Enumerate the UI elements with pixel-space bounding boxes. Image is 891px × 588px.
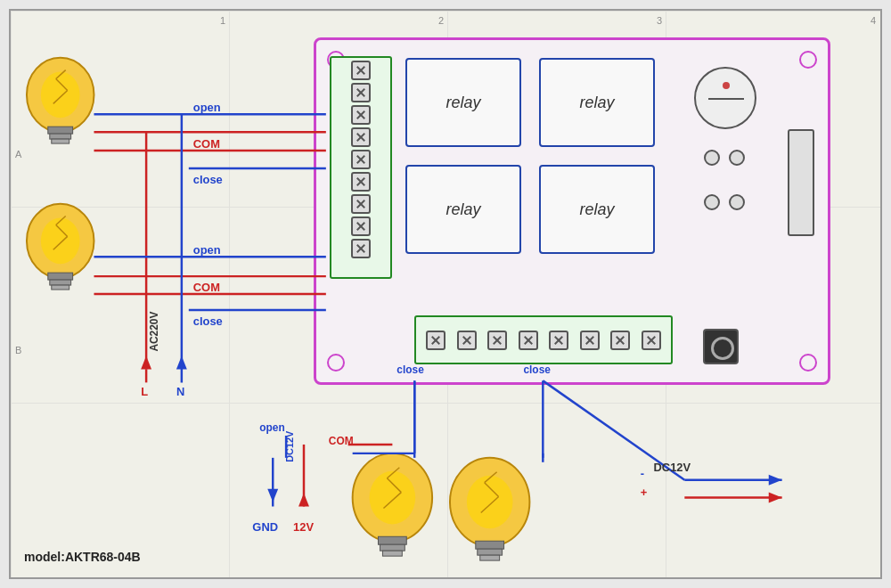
bot-screw-5 bbox=[549, 331, 568, 350]
svg-line-6 bbox=[56, 79, 68, 91]
svg-rect-28 bbox=[480, 555, 500, 560]
svg-point-16 bbox=[353, 453, 432, 542]
grid-num-a: A bbox=[15, 149, 21, 159]
label-ac220v: AC220V bbox=[148, 312, 160, 352]
relay-block-tl: relay bbox=[405, 58, 521, 147]
svg-line-7 bbox=[56, 70, 66, 79]
relay-block-bl: relay bbox=[405, 165, 521, 254]
grid-num-1: 1 bbox=[220, 15, 225, 26]
svg-rect-4 bbox=[52, 139, 69, 143]
pcb-circle-component bbox=[694, 67, 756, 129]
svg-point-0 bbox=[27, 58, 94, 132]
svg-line-22 bbox=[387, 478, 401, 493]
pcb-corner-br bbox=[799, 354, 817, 372]
svg-line-13 bbox=[53, 236, 68, 249]
svg-line-30 bbox=[485, 483, 499, 497]
relay-block-tr: relay bbox=[539, 58, 655, 147]
svg-rect-20 bbox=[382, 551, 402, 556]
relay-label-bl: relay bbox=[446, 200, 480, 219]
label-n: N bbox=[176, 385, 184, 398]
arrow-plus bbox=[769, 493, 782, 503]
terminal-block-left bbox=[330, 56, 392, 279]
svg-rect-11 bbox=[50, 280, 71, 285]
svg-line-23 bbox=[387, 468, 399, 478]
svg-rect-10 bbox=[48, 273, 73, 280]
svg-rect-12 bbox=[52, 285, 69, 290]
arrow-gnd bbox=[267, 489, 278, 502]
arrow-12v bbox=[298, 494, 309, 507]
grid-num-b: B bbox=[15, 345, 21, 355]
svg-point-1 bbox=[41, 72, 80, 118]
model-label: model:AKTR68-04B bbox=[24, 550, 141, 564]
svg-rect-19 bbox=[380, 544, 405, 551]
relay-block-br: relay bbox=[539, 165, 655, 254]
svg-line-15 bbox=[56, 216, 66, 225]
arrow-l bbox=[141, 356, 151, 370]
pcb-connector bbox=[703, 329, 739, 364]
bulb-top-left bbox=[27, 58, 94, 143]
label-open-top: open bbox=[193, 101, 221, 114]
svg-point-9 bbox=[41, 218, 80, 265]
bot-screw-8 bbox=[642, 331, 661, 350]
relay-label-tr: relay bbox=[579, 94, 614, 112]
grid-num-4: 4 bbox=[871, 15, 876, 26]
screw-3 bbox=[351, 105, 371, 125]
dot-4 bbox=[729, 194, 745, 210]
screw-4 bbox=[351, 127, 371, 147]
dot-1 bbox=[704, 150, 720, 166]
pcb-board: relay relay relay relay bbox=[314, 37, 830, 385]
label-gnd: GND bbox=[252, 520, 278, 534]
bot-screw-4 bbox=[519, 331, 538, 350]
label-dc12v-right: DC12V bbox=[654, 461, 691, 474]
screw-1 bbox=[351, 61, 371, 80]
screw-7 bbox=[351, 194, 371, 214]
pcb-corner-bl bbox=[327, 354, 345, 372]
dot-2 bbox=[729, 150, 745, 166]
label-12v: 12V bbox=[293, 520, 314, 534]
label-close-mid: close bbox=[193, 314, 223, 328]
bot-screw-7 bbox=[610, 331, 630, 350]
svg-rect-27 bbox=[478, 549, 503, 555]
label-minus: - bbox=[641, 467, 644, 480]
label-open-mid: open bbox=[193, 243, 221, 257]
screw-8 bbox=[351, 216, 371, 236]
label-dc12v-left: DC12V bbox=[284, 430, 295, 462]
label-open-bot: open bbox=[259, 421, 284, 434]
screw-5 bbox=[351, 150, 371, 169]
svg-rect-3 bbox=[50, 134, 71, 139]
bot-screw-1 bbox=[426, 331, 446, 350]
pcb-dot-pair-bot bbox=[701, 192, 748, 216]
pcb-dot-pair-top bbox=[701, 147, 748, 172]
svg-line-34 bbox=[543, 380, 684, 479]
svg-line-21 bbox=[383, 493, 401, 509]
pcb-switch bbox=[788, 129, 814, 236]
bulb-bot-left bbox=[353, 453, 432, 556]
svg-rect-18 bbox=[378, 536, 406, 544]
screw-6 bbox=[351, 172, 371, 192]
bot-screw-3 bbox=[487, 331, 507, 350]
svg-point-8 bbox=[27, 204, 94, 278]
bot-screw-6 bbox=[580, 331, 600, 350]
screw-2 bbox=[351, 83, 371, 102]
bulb-bot-right bbox=[450, 458, 529, 560]
svg-line-29 bbox=[481, 497, 499, 513]
grid-num-2: 2 bbox=[438, 15, 444, 26]
svg-line-5 bbox=[53, 90, 68, 103]
svg-point-17 bbox=[370, 471, 416, 525]
arrow-minus bbox=[769, 475, 782, 486]
bot-screw-2 bbox=[457, 331, 477, 350]
label-l: L bbox=[141, 385, 148, 398]
relay-label-tl: relay bbox=[446, 94, 480, 112]
relay-label-br: relay bbox=[579, 200, 614, 219]
svg-point-24 bbox=[450, 458, 529, 546]
svg-line-31 bbox=[485, 472, 497, 483]
label-com-bot: COM bbox=[329, 435, 354, 447]
label-com-top: COM bbox=[193, 137, 220, 151]
screw-9 bbox=[351, 239, 371, 258]
svg-rect-26 bbox=[476, 541, 504, 549]
label-com-mid: COM bbox=[193, 281, 220, 294]
bulb-mid-left bbox=[27, 204, 94, 290]
diagram-container: 1 2 3 4 A B relay relay relay relay bbox=[9, 9, 882, 579]
dot-3 bbox=[704, 194, 720, 210]
arrow-n bbox=[176, 356, 187, 370]
